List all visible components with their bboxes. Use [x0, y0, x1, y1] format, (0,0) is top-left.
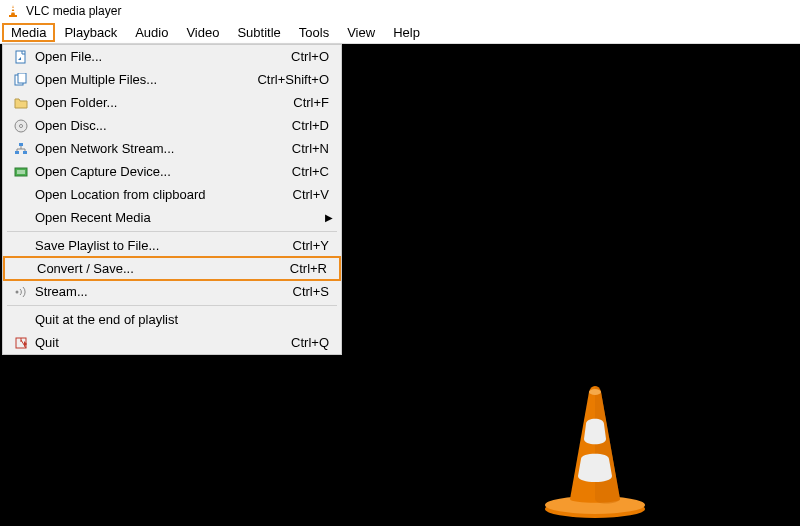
menu-item-label: Open Network Stream... — [31, 141, 292, 156]
menu-item-shortcut: Ctrl+Q — [291, 335, 333, 350]
svg-rect-0 — [9, 15, 17, 17]
menu-item-label: Open Location from clipboard — [31, 187, 293, 202]
menu-item-label: Open File... — [31, 49, 291, 64]
menu-item-label: Open Capture Device... — [31, 164, 292, 179]
svg-rect-12 — [17, 170, 25, 174]
menu-item-open-network-stream[interactable]: Open Network Stream...Ctrl+N — [3, 137, 341, 160]
menu-item-open-location-from-clipboard[interactable]: Open Location from clipboardCtrl+V — [3, 183, 341, 206]
menu-separator — [7, 231, 337, 232]
disc-icon — [11, 119, 31, 133]
network-icon — [11, 142, 31, 156]
video-area: Open File...Ctrl+OOpen Multiple Files...… — [0, 44, 800, 526]
capture-icon — [11, 165, 31, 179]
menu-item-label: Open Recent Media — [31, 210, 333, 225]
menu-item-open-capture-device[interactable]: Open Capture Device...Ctrl+C — [3, 160, 341, 183]
menu-item-save-playlist-to-file[interactable]: Save Playlist to File...Ctrl+Y — [3, 234, 341, 257]
menu-item-open-disc[interactable]: Open Disc...Ctrl+D — [3, 114, 341, 137]
menu-item-label: Quit at the end of playlist — [31, 312, 333, 327]
menu-item-label: Stream... — [31, 284, 293, 299]
media-dropdown-menu: Open File...Ctrl+OOpen Multiple Files...… — [2, 44, 342, 355]
menu-audio[interactable]: Audio — [126, 23, 177, 42]
menu-item-quit[interactable]: QuitCtrl+Q — [3, 331, 341, 354]
svg-rect-10 — [23, 151, 27, 154]
menu-item-label: Convert / Save... — [33, 261, 290, 276]
menu-item-shortcut: Ctrl+R — [290, 261, 331, 276]
menu-item-shortcut: Ctrl+S — [293, 284, 333, 299]
folder-icon — [11, 96, 31, 110]
menu-video[interactable]: Video — [177, 23, 228, 42]
svg-rect-1 — [12, 8, 15, 10]
menu-item-shortcut: Ctrl+C — [292, 164, 333, 179]
svg-point-17 — [589, 389, 601, 395]
menu-item-shortcut: Ctrl+O — [291, 49, 333, 64]
menu-item-label: Quit — [31, 335, 291, 350]
menu-item-label: Save Playlist to File... — [31, 238, 293, 253]
svg-rect-3 — [16, 51, 25, 63]
titlebar: VLC media player — [0, 0, 800, 22]
menu-item-open-file[interactable]: Open File...Ctrl+O — [3, 45, 341, 68]
menu-item-open-folder[interactable]: Open Folder...Ctrl+F — [3, 91, 341, 114]
menu-item-shortcut: Ctrl+F — [293, 95, 333, 110]
menu-view[interactable]: View — [338, 23, 384, 42]
svg-point-7 — [20, 124, 23, 127]
menu-help[interactable]: Help — [384, 23, 429, 42]
svg-rect-5 — [18, 73, 26, 83]
menu-item-stream[interactable]: Stream...Ctrl+S — [3, 280, 341, 303]
menu-item-shortcut: Ctrl+Y — [293, 238, 333, 253]
menu-item-label: Open Disc... — [31, 118, 292, 133]
svg-point-13 — [16, 290, 19, 293]
menu-item-open-multiple-files[interactable]: Open Multiple Files...Ctrl+Shift+O — [3, 68, 341, 91]
svg-rect-8 — [19, 143, 23, 146]
file-icon — [11, 50, 31, 64]
menu-separator — [7, 305, 337, 306]
vlc-cone-logo — [540, 384, 650, 519]
menu-item-label: Open Multiple Files... — [31, 72, 257, 87]
quit-icon — [11, 336, 31, 350]
menu-item-convert-save[interactable]: Convert / Save...Ctrl+R — [3, 256, 341, 281]
menu-item-open-recent-media[interactable]: Open Recent Media▶ — [3, 206, 341, 229]
menu-item-shortcut: Ctrl+Shift+O — [257, 72, 333, 87]
menu-media[interactable]: Media — [2, 23, 55, 42]
stream-icon — [11, 285, 31, 299]
menu-item-shortcut: Ctrl+N — [292, 141, 333, 156]
svg-rect-9 — [15, 151, 19, 154]
svg-rect-2 — [11, 11, 15, 13]
menubar: MediaPlaybackAudioVideoSubtitleToolsView… — [0, 22, 800, 44]
menu-item-label: Open Folder... — [31, 95, 293, 110]
menu-item-shortcut: Ctrl+D — [292, 118, 333, 133]
vlc-cone-icon — [6, 4, 20, 18]
menu-tools[interactable]: Tools — [290, 23, 338, 42]
menu-subtitle[interactable]: Subtitle — [228, 23, 289, 42]
menu-item-quit-at-the-end-of-playlist[interactable]: Quit at the end of playlist — [3, 308, 341, 331]
menu-item-shortcut: Ctrl+V — [293, 187, 333, 202]
window-title: VLC media player — [26, 4, 121, 18]
submenu-arrow-icon: ▶ — [325, 212, 333, 223]
files-icon — [11, 73, 31, 87]
menu-playback[interactable]: Playback — [55, 23, 126, 42]
